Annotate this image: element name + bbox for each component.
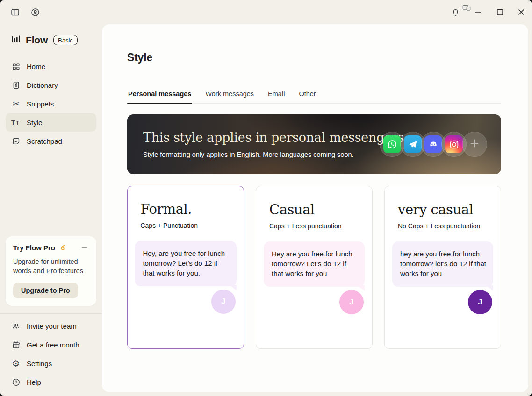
message-bubble: Hey, are you free for lunch tomorrow? Le… [135,241,236,286]
sidebar-item-home[interactable]: Home [6,57,96,76]
text-style-icon: TT [11,118,21,127]
minimize-button[interactable] [471,5,485,19]
sidebar-item-dictionary[interactable]: Dictionary [6,76,96,94]
app-name: Flow [26,35,48,46]
account-button[interactable] [28,5,42,19]
screen-mirror-icon [462,4,471,12]
sidebar-item-label: Home [27,63,45,71]
style-card-subtitle: Caps + Punctuation [140,222,236,229]
add-icon [468,137,481,152]
style-option-cards: Formal. Caps + Punctuation Hey, are you … [127,186,501,349]
plan-badge: Basic [53,35,78,45]
style-tabs: Personal messages Work messages Email Ot… [127,90,501,104]
gear-icon: ⚙ [11,359,21,368]
style-card-title: Formal. [140,201,236,217]
sidebar-item-label: Snippets [27,100,54,108]
collapse-pro-card-button[interactable] [79,243,89,253]
sidebar-item-invite-team[interactable]: Invite your team [6,317,96,335]
sidebar-item-label: Scratchpad [27,137,62,145]
personal-messengers-banner: This style applies in personal messenger… [127,114,501,174]
style-card-formal[interactable]: Formal. Caps + Punctuation Hey, are you … [127,186,244,349]
discord-icon [424,135,442,153]
pro-card-description: Upgrade for unlimited words and Pro feat… [13,257,89,276]
sidebar-item-label: Help [27,378,41,386]
window-titlebar [0,0,532,24]
account-icon [30,7,40,17]
message-bubble: hey are you free for lunch tomorrow? let… [392,241,493,287]
svg-text:T: T [11,119,15,126]
sidebar-item-help[interactable]: Help [6,373,96,391]
close-button[interactable] [514,5,528,19]
sidebar-item-label: Settings [27,360,52,368]
sidebar-item-label: Get a free month [27,341,79,349]
sidebar-item-scratchpad[interactable]: Scratchpad [6,132,96,150]
bell-icon [451,8,460,17]
page-title: Style [127,51,501,64]
style-card-very-casual[interactable]: very casual No Caps + Less punctuation h… [384,186,501,349]
tab-other[interactable]: Other [298,90,316,103]
home-grid-icon [11,62,21,71]
style-card-title: very casual [398,202,493,218]
tab-personal-messages[interactable]: Personal messages [127,90,192,103]
gift-icon [11,340,21,349]
flow-logo-icon [10,34,22,47]
avatar: J [339,290,364,314]
sidebar-divider [0,313,102,314]
sidebar-item-label: Dictionary [27,81,58,89]
avatar: J [468,290,492,314]
style-card-subtitle: Caps + Less punctuation [269,222,365,230]
tab-work-messages[interactable]: Work messages [204,90,255,103]
sidebar: Flow Basic Home Dictionary ✂ Snippets TT… [0,24,102,396]
instagram-icon [445,135,463,153]
style-card-title: Casual [269,202,365,218]
upgrade-to-pro-button[interactable]: Upgrade to Pro [13,283,78,298]
pro-card-title: Try Flow Pro [13,244,55,252]
tab-email[interactable]: Email [267,90,286,103]
scratchpad-icon [11,136,21,146]
sidebar-item-settings[interactable]: ⚙ Settings [6,354,96,373]
banner-text: This style applies in personal messenger… [127,130,404,158]
message-bubble: Hey are you free for lunch tomorrow? Let… [264,241,365,287]
sidebar-item-label: Style [27,119,42,127]
sidebar-item-snippets[interactable]: ✂ Snippets [6,94,96,113]
sparkle-swoosh-icon [58,244,67,252]
avatar: J [211,290,236,314]
style-card-casual[interactable]: Casual Caps + Less punctuation Hey are y… [256,186,373,349]
pro-upsell-card: Try Flow Pro Upgrade for unlimited words… [6,236,96,306]
sidebar-spacer [0,150,102,236]
sidebar-item-free-month[interactable]: Get a free month [6,335,96,354]
sidebar-item-style[interactable]: TT Style [6,113,96,132]
people-icon [11,321,21,331]
dictionary-icon [11,80,21,90]
maximize-button[interactable] [493,5,507,19]
telegram-icon [404,135,422,153]
add-messenger-button[interactable] [462,132,487,157]
sidebar-footer-nav: Invite your team Get a free month ⚙ Sett… [0,317,102,396]
svg-text:T: T [16,120,19,126]
sidebar-item-label: Invite your team [27,322,77,330]
app-logo: Flow Basic [0,24,102,49]
sidebar-toggle-icon [10,7,20,17]
app-window: Flow Basic Home Dictionary ✂ Snippets TT… [0,0,532,396]
banner-title: This style applies in personal messenger… [143,130,404,145]
help-circle-icon [11,377,21,387]
main-panel: Style Personal messages Work messages Em… [102,24,528,392]
close-icon [517,8,525,16]
maximize-icon [496,8,504,16]
sidebar-toggle-button[interactable] [8,5,22,19]
style-card-subtitle: No Caps + Less punctuation [398,222,493,230]
messenger-app-icons [380,132,487,157]
scissors-icon: ✂ [11,99,21,108]
whatsapp-icon [383,135,401,153]
sidebar-nav: Home Dictionary ✂ Snippets TT Style Scra… [0,57,102,150]
banner-subtitle: Style formatting only applies in English… [143,151,404,158]
minimize-icon [474,8,482,16]
